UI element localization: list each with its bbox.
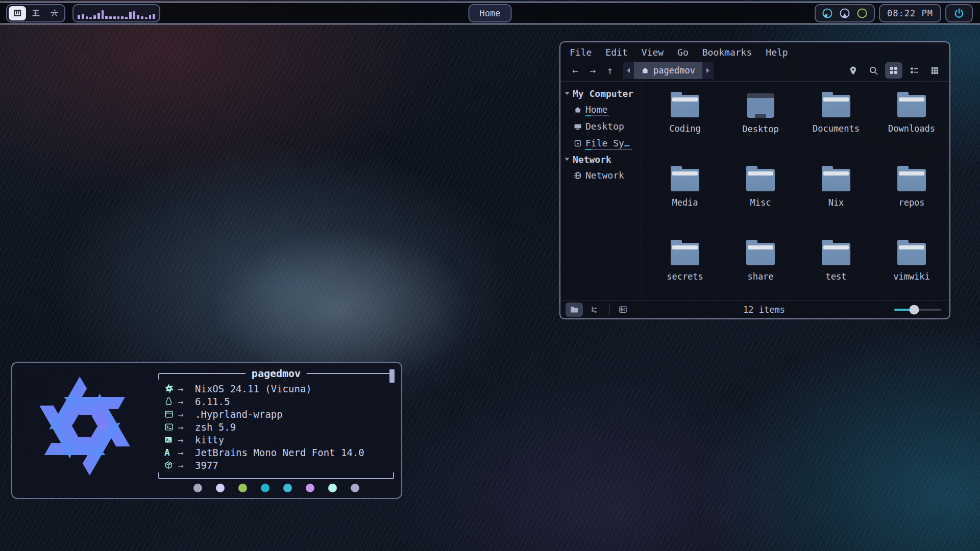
home-icon — [574, 106, 582, 114]
cjk-six-glyph-icon — [50, 9, 59, 17]
fetch-row-terminal: → kitty — [164, 433, 394, 446]
workspace-4[interactable] — [9, 6, 26, 20]
power-button[interactable] — [945, 4, 973, 22]
menu-item[interactable]: Bookmarks — [702, 47, 752, 58]
disk-usage-pie-icon[interactable] — [839, 8, 850, 19]
palette-dot — [193, 484, 202, 492]
toggle-side-panel-button[interactable] — [614, 303, 631, 317]
folder-item[interactable]: share — [723, 235, 798, 309]
folder-icon — [897, 95, 926, 117]
forward-button[interactable]: → — [584, 64, 601, 77]
folder-item[interactable]: Coding — [647, 87, 723, 161]
zoom-slider-thumb[interactable] — [909, 305, 919, 314]
folder-item[interactable]: Downloads — [874, 87, 949, 161]
terminal-window: pagedmov → NixOS 24.11 (Vicuna) → 6.11.5 — [11, 362, 402, 499]
tree-view-button[interactable] — [585, 303, 603, 317]
menu-item[interactable]: File — [570, 47, 592, 58]
nixos-icon — [164, 384, 174, 393]
folder-item[interactable]: Documents — [798, 87, 874, 161]
folder-item[interactable]: repos — [874, 161, 949, 235]
sidebar-item-desktop[interactable]: Desktop — [560, 118, 642, 135]
folder-name: Media — [672, 197, 698, 208]
thumbnail-view-button[interactable] — [926, 62, 943, 79]
desktop-icon — [574, 122, 582, 131]
path-scroll-right-button[interactable] — [702, 62, 714, 79]
folder-item[interactable]: test — [798, 235, 874, 309]
menu-item[interactable]: Help — [766, 47, 788, 58]
folder-name: Nix — [828, 197, 844, 208]
dense-grid-icon — [930, 66, 939, 75]
cjk-five-glyph-icon — [32, 9, 40, 17]
sidebar-item-filesystem[interactable]: File Sy… — [560, 135, 642, 152]
search-button[interactable] — [865, 62, 882, 79]
zoom-slider[interactable] — [894, 305, 941, 315]
tree-view-icon — [590, 305, 599, 314]
folder-icon — [822, 169, 850, 191]
workspace-5[interactable] — [27, 6, 44, 20]
location-button[interactable] — [844, 62, 862, 79]
disk-usage-pie-icon[interactable] — [822, 8, 833, 19]
folder-item[interactable]: Misc — [723, 161, 798, 235]
window-icon — [164, 410, 174, 419]
disk-usage-pie-icon[interactable] — [856, 8, 868, 19]
visualizer-bar — [82, 14, 84, 19]
palette-dot — [328, 484, 337, 492]
folder-icon — [897, 169, 926, 191]
menu-item[interactable]: Go — [677, 47, 689, 58]
path-scroll-left-button[interactable] — [623, 62, 634, 79]
folder-name: Downloads — [888, 123, 935, 134]
folder-name: test — [826, 271, 847, 282]
folder-icon — [746, 169, 775, 191]
sidebar-item-network[interactable]: Network — [560, 167, 642, 184]
fetch-box-border — [158, 472, 394, 479]
fetch-hostname: pagedmov — [246, 367, 307, 380]
folder-item[interactable]: secrets — [647, 235, 723, 309]
folder-name: repos — [898, 197, 924, 208]
folder-name: Misc — [750, 197, 771, 208]
folder-item[interactable]: vimwiki — [874, 235, 949, 309]
palette-dot — [216, 484, 225, 492]
sidebar-item-label: File Sy… — [585, 138, 630, 148]
fetch-row-kernel: → 6.11.5 — [164, 395, 394, 408]
folder-icon — [671, 95, 699, 117]
fetch-row-font: A → JetBrains Mono Nerd Font 14.0 — [164, 446, 394, 459]
visualizer-bar — [153, 14, 155, 19]
folder-item[interactable]: Media — [647, 161, 723, 235]
folder-name: vimwiki — [893, 271, 930, 282]
active-window-title[interactable]: Home — [469, 4, 512, 22]
compact-view-button[interactable] — [905, 62, 923, 79]
visualizer-bar — [133, 11, 136, 19]
path-segment-home[interactable]: pagedmov — [634, 62, 702, 79]
toolbar: ← → ↑ pagedmov — [560, 60, 949, 81]
back-button[interactable]: ← — [567, 64, 584, 77]
menu-item[interactable]: Edit — [605, 47, 627, 58]
visualizer-bar — [129, 12, 132, 19]
sidebar-item-home[interactable]: Home — [560, 101, 642, 118]
folder-icon — [747, 93, 774, 118]
workspace-6[interactable] — [45, 6, 63, 20]
folder-item[interactable]: Desktop — [723, 87, 798, 161]
globe-icon — [574, 171, 582, 180]
sidebar-section-network[interactable]: Network — [560, 152, 642, 167]
up-button[interactable]: ↑ — [601, 64, 619, 77]
path-segment-label: pagedmov — [653, 65, 695, 76]
folder-item[interactable]: Nix — [798, 161, 874, 235]
fetch-info-panel: pagedmov → NixOS 24.11 (Vicuna) → 6.11.5 — [158, 373, 394, 492]
tux-icon — [164, 396, 173, 406]
show-directories-button[interactable] — [566, 303, 583, 317]
palette-dot — [351, 484, 359, 492]
side-panel-icon — [619, 305, 627, 314]
top-status-bar: Home 08:22 PM — [0, 2, 980, 24]
sidebar-item-label: Home — [585, 104, 607, 115]
font-icon: A — [164, 447, 178, 458]
power-icon — [953, 8, 965, 19]
visualizer-bar — [78, 15, 80, 19]
palette-dot — [306, 484, 314, 492]
icon-view-button[interactable] — [885, 62, 902, 79]
status-separator — [609, 305, 610, 315]
visualizer-bar — [93, 15, 96, 19]
palette-dot — [283, 484, 292, 492]
path-bar: pagedmov — [623, 62, 714, 79]
menu-item[interactable]: View — [642, 47, 664, 58]
sidebar-section-my-computer[interactable]: My Computer — [560, 86, 642, 101]
